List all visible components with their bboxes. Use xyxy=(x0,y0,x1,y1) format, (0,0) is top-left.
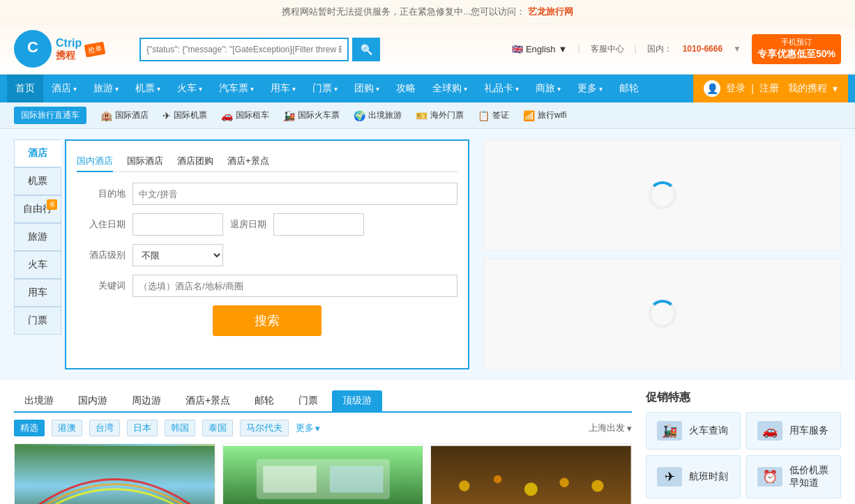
nav-item-group[interactable]: 团购 ▾ xyxy=(346,75,388,102)
mobile-booking-promo[interactable]: 手机预订 专享优惠低至50% xyxy=(752,34,841,64)
tour-card-3[interactable]: 曼谷+芭堤雅6日跟团游(4钻)... ¥2668起 xyxy=(430,443,632,504)
filter-maldives[interactable]: 马尔代夫 xyxy=(240,420,289,436)
keyword-input[interactable] xyxy=(133,275,457,297)
filter-more[interactable]: 更多 ▾ xyxy=(296,422,320,434)
sidebar-item-freetravel[interactable]: 自由行 省 xyxy=(14,195,61,223)
checkin-input[interactable]: 2015-5-28 xyxy=(133,213,223,236)
nav-item-gift[interactable]: 礼品卡 ▾ xyxy=(476,75,527,102)
tab-premium[interactable]: 顶级游 xyxy=(332,390,382,411)
header-search-input[interactable] xyxy=(139,38,349,61)
nav-item-car[interactable]: 用车 ▾ xyxy=(262,75,304,102)
nav-item-guide[interactable]: 攻略 xyxy=(388,75,424,102)
tab-hotel-scenic[interactable]: 酒店+景点 xyxy=(175,390,241,411)
intl-item-car[interactable]: 🚗 国际租车 xyxy=(221,109,269,121)
intl-item-abroad[interactable]: 🌍 出境旅游 xyxy=(354,109,402,121)
nav-item-hotel[interactable]: 酒店 ▾ xyxy=(43,75,85,102)
phone-number[interactable]: 1010-6666 xyxy=(683,44,722,54)
flag-icon: 🇬🇧 xyxy=(512,44,523,54)
filter-korea[interactable]: 韩国 xyxy=(165,420,195,436)
intl-item-wifi[interactable]: 📶 旅行wifi xyxy=(523,109,566,121)
nav-bar: 首页 酒店 ▾ 旅游 ▾ 机票 ▾ 火车 ▾ 汽车票 ▾ 用车 ▾ 门票 ▾ 团… xyxy=(0,75,855,102)
service-link[interactable]: 客服中心 xyxy=(591,43,624,55)
language-selector[interactable]: 🇬🇧 English ▼ xyxy=(512,44,568,54)
intl-item-train[interactable]: 🚂 国际火车票 xyxy=(283,109,340,121)
promo-flight-schedule[interactable]: ✈ 航班时刻 xyxy=(646,455,741,498)
intl-train-label: 国际火车票 xyxy=(298,109,340,121)
tour-cards: 埃及+罗罗+卢克索+阿斯旺+红... ¥7799起 xyxy=(14,443,632,504)
depart-city-select[interactable]: 上海出发 ▾ xyxy=(589,422,632,434)
hotel-level-select[interactable]: 不限 五星 四星 三星 二星 xyxy=(133,244,223,266)
mobile-discount: 专享优惠低至50% xyxy=(757,47,835,61)
intl-item-overseas-ticket[interactable]: 🎫 海外门票 xyxy=(416,109,464,121)
tab-cruise[interactable]: 邮轮 xyxy=(244,390,285,411)
tab-international-hotel[interactable]: 国际酒店 xyxy=(127,151,163,172)
intl-direct-btn[interactable]: 国际旅行直通车 xyxy=(14,107,86,124)
bottom-section: 出境游 国内游 周边游 酒店+景点 邮轮 门票 顶级游 精选 港澳 台湾 日本 … xyxy=(0,380,855,504)
nav-item-train[interactable]: 火车 ▾ xyxy=(169,75,211,102)
sidebar-item-ticket[interactable]: 门票 xyxy=(14,307,61,335)
tour-section: 出境游 国内游 周边游 酒店+景点 邮轮 门票 顶级游 精选 港澳 台湾 日本 … xyxy=(14,390,632,504)
promo-cheap-flight[interactable]: ⏰ 低价机票早知道 xyxy=(746,455,841,498)
divider-2: | xyxy=(635,44,637,54)
chevron-down-icon: ▾ xyxy=(464,85,467,93)
chevron-down-icon: ▾ xyxy=(315,423,320,434)
nav-item-home[interactable]: 首页 xyxy=(7,75,43,102)
tab-domestic[interactable]: 国内游 xyxy=(68,390,118,411)
destination-input[interactable] xyxy=(133,183,457,205)
nav-item-tour[interactable]: 旅游 ▾ xyxy=(85,75,127,102)
checkin-label: 入住日期 xyxy=(77,218,126,231)
promo-train[interactable]: 🚂 火车查询 xyxy=(646,412,741,450)
phone-dropdown-icon[interactable]: ▼ xyxy=(733,44,741,54)
checkout-input[interactable]: 2015-05-29 xyxy=(273,213,364,236)
nav-item-bus[interactable]: 汽车票 ▾ xyxy=(211,75,262,102)
sidebar-item-train[interactable]: 火车 xyxy=(14,251,61,279)
intl-item-flight[interactable]: ✈ 国际机票 xyxy=(162,109,207,121)
sidebar-item-hotel[interactable]: 酒店 xyxy=(14,139,61,167)
alarm-promo-icon: ⏰ xyxy=(757,467,782,487)
destination-label: 目的地 xyxy=(77,188,126,200)
tab-outbound[interactable]: 出境游 xyxy=(14,390,64,411)
sidebar-item-tour[interactable]: 旅游 xyxy=(14,223,61,251)
tab-nearby[interactable]: 周边游 xyxy=(121,390,172,411)
nav-item-flight[interactable]: 机票 ▾ xyxy=(127,75,169,102)
tab-hotel-attractions[interactable]: 酒店+景点 xyxy=(227,151,269,172)
chevron-down-icon: ▾ xyxy=(376,85,379,93)
intl-item-hotel[interactable]: 🏨 国际酒店 xyxy=(100,109,149,121)
intl-item-visa[interactable]: 📋 签证 xyxy=(478,109,509,121)
promo-cheapflight-label: 低价机票早知道 xyxy=(789,464,830,489)
tour-card-1[interactable]: 埃及+罗罗+卢克索+阿斯旺+红... ¥7799起 xyxy=(14,443,215,504)
hotel-level-label: 酒店级别 xyxy=(77,249,126,261)
promo-grid: 🚂 火车查询 🚗 用车服务 ✈ 航班时刻 ⏰ 低价机票早知道 💳 申请 xyxy=(646,412,841,504)
nav-item-global[interactable]: 全球购 ▾ xyxy=(424,75,476,102)
ctrip-logo: C xyxy=(14,30,52,68)
login-label[interactable]: 登录 xyxy=(726,82,746,95)
filter-bar: 精选 港澳 台湾 日本 韩国 泰国 马尔代夫 更多 ▾ 上海出发 ▾ xyxy=(14,420,632,436)
tab-ticket[interactable]: 门票 xyxy=(288,390,328,411)
filter-hkmo[interactable]: 港澳 xyxy=(52,420,82,436)
my-trip-label[interactable]: 我的携程 xyxy=(788,82,827,95)
register-label[interactable]: 注册 xyxy=(759,82,779,95)
chevron-down-icon: ▾ xyxy=(199,85,202,93)
nav-item-biz[interactable]: 商旅 ▾ xyxy=(527,75,569,102)
hotel-search-button[interactable]: 搜索 xyxy=(213,305,321,336)
nav-item-ticket[interactable]: 门票 ▾ xyxy=(304,75,346,102)
filter-taiwan[interactable]: 台湾 xyxy=(89,420,120,436)
sidebar-item-car[interactable]: 用车 xyxy=(14,279,61,307)
promo-car[interactable]: 🚗 用车服务 xyxy=(746,412,841,450)
filter-japan[interactable]: 日本 xyxy=(127,420,158,436)
tab-hotel-group[interactable]: 酒店团购 xyxy=(177,151,213,172)
tab-domestic-hotel[interactable]: 国内酒店 xyxy=(77,151,113,172)
login-area[interactable]: 👤 登录 | 注册 我的携程 ▾ xyxy=(693,75,848,102)
svg-point-9 xyxy=(494,475,501,483)
nav-item-cruise[interactable]: 邮轮 xyxy=(611,75,647,102)
header-search-button[interactable] xyxy=(352,38,380,61)
notice-link[interactable]: 艺龙旅行网 xyxy=(528,6,573,17)
svg-rect-6 xyxy=(330,466,383,492)
tour-card-2[interactable]: 香港3-7日自由行·机票+酒店... ¥1196起 xyxy=(222,443,424,504)
filter-thailand[interactable]: 泰国 xyxy=(202,420,233,436)
nav-item-more[interactable]: 更多 ▾ xyxy=(569,75,611,102)
tour-card-img-3 xyxy=(431,444,631,504)
train-promo-icon: 🚂 xyxy=(657,421,682,441)
filter-featured[interactable]: 精选 xyxy=(14,420,45,436)
sidebar-item-flight[interactable]: 机票 xyxy=(14,167,61,195)
